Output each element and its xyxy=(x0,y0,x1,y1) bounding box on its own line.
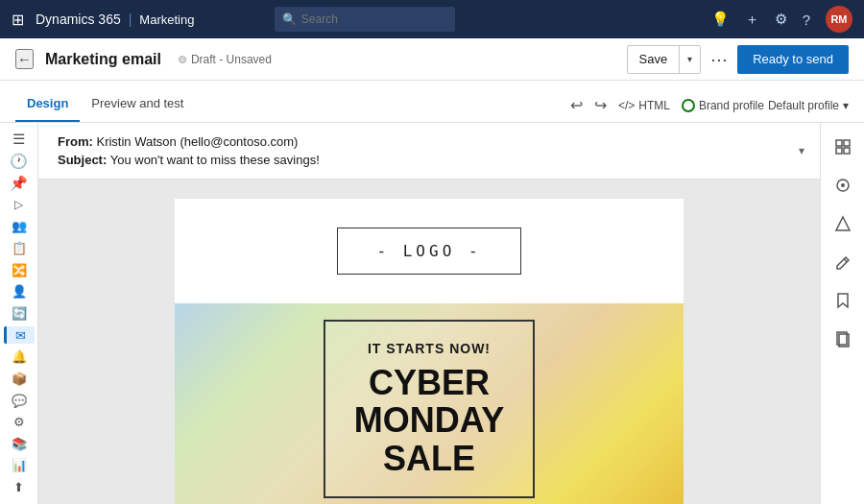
tab-preview[interactable]: Preview and test xyxy=(80,96,195,122)
second-bar-actions: Save ▾ ⋯ Ready to send xyxy=(627,45,849,74)
main-area: ☰ 🕐 📌 ▷ 👥 📋 🔀 👤 🔄 ✉ 🔔 📦 💬 ⚙ 📚 📊 ⬆ From: … xyxy=(0,123,864,504)
sidebar-item-menu[interactable]: ☰ xyxy=(4,131,35,149)
hero-inner: IT STARTS NOW! CYBER MONDAY SALE xyxy=(324,320,536,499)
html-label: HTML xyxy=(638,99,670,112)
hero-title-line1: CYBER xyxy=(369,363,490,402)
search-wrap: 🔍 xyxy=(275,7,563,32)
subject-line: Subject: You won't want to miss these sa… xyxy=(58,153,801,167)
save-chevron-icon[interactable]: ▾ xyxy=(680,46,700,73)
sidebar-item-assets[interactable]: 📦 xyxy=(4,370,35,388)
back-button[interactable]: ← xyxy=(15,49,34,69)
sidebar-item-analytics[interactable]: 📊 xyxy=(4,457,35,475)
hero-title: CYBER MONDAY SALE xyxy=(354,364,505,478)
svg-rect-3 xyxy=(844,148,850,154)
svg-marker-6 xyxy=(836,217,850,230)
email-canvas: - LOGO - IT STARTS NOW! CYBER MONDAY SAL… xyxy=(38,180,820,504)
subject-value: You won't want to miss these savings! xyxy=(110,153,320,167)
brand-divider: | xyxy=(129,12,132,27)
ready-to-send-button[interactable]: Ready to send xyxy=(737,45,849,74)
draft-badge: Draft - Unsaved xyxy=(179,53,272,66)
save-main-label[interactable]: Save xyxy=(628,46,681,73)
top-navigation: ⊞ Dynamics 365 | Marketing 🔍 💡 ＋ ⚙ ? RM xyxy=(0,0,864,38)
sidebar-item-people[interactable]: 👤 xyxy=(4,282,35,300)
sidebar-item-notifications[interactable]: 🔔 xyxy=(4,348,35,366)
from-label: From: xyxy=(58,134,93,149)
right-pages-icon[interactable] xyxy=(827,323,859,355)
right-sections-icon[interactable] xyxy=(827,131,859,163)
brand-area: Dynamics 365 | Marketing xyxy=(36,12,194,27)
html-button[interactable]: </> HTML xyxy=(618,99,670,112)
sidebar-item-segments[interactable]: 🔀 xyxy=(4,261,35,279)
svg-point-5 xyxy=(841,183,845,187)
sidebar-item-pin[interactable]: 📌 xyxy=(4,174,35,192)
draft-dot xyxy=(179,56,186,63)
sidebar-item-upload[interactable]: ⬆ xyxy=(4,478,35,496)
brand-profile-value: Default profile xyxy=(768,99,839,112)
from-line: From: Kristin Watson (hello@contoso.com) xyxy=(58,134,801,149)
sidebar-item-play[interactable]: ▷ xyxy=(4,196,35,214)
email-body: - LOGO - IT STARTS NOW! CYBER MONDAY SAL… xyxy=(175,199,684,504)
right-design-icon[interactable] xyxy=(827,207,859,240)
brand-name: Dynamics 365 xyxy=(36,12,121,27)
svg-rect-2 xyxy=(836,148,842,154)
hero-it-starts-text: IT STARTS NOW! xyxy=(354,341,505,356)
right-elements-icon[interactable] xyxy=(827,169,859,202)
draft-label: Draft - Unsaved xyxy=(191,53,272,66)
plus-icon[interactable]: ＋ xyxy=(745,11,759,29)
email-canvas-area: From: Kristin Watson (hello@contoso.com)… xyxy=(38,123,820,504)
second-bar: ← Marketing email Draft - Unsaved Save ▾… xyxy=(0,38,864,81)
sidebar-item-settings[interactable]: ⚙ xyxy=(4,413,35,431)
from-value: Kristin Watson (hello@contoso.com) xyxy=(96,134,298,149)
sidebar-item-library[interactable]: 📚 xyxy=(4,435,35,453)
hero-title-line2: MONDAY xyxy=(354,400,505,440)
redo-button[interactable]: ↪ xyxy=(594,96,607,114)
subject-label: Subject: xyxy=(58,153,107,167)
hero-section[interactable]: IT STARTS NOW! CYBER MONDAY SALE xyxy=(175,303,684,504)
brand-profile-label: Brand profile xyxy=(699,99,764,112)
more-options-button[interactable]: ⋯ xyxy=(707,49,732,70)
save-button-group[interactable]: Save ▾ xyxy=(627,45,702,74)
svg-rect-0 xyxy=(836,140,842,146)
tab-design[interactable]: Design xyxy=(15,96,80,122)
help-icon[interactable]: ? xyxy=(803,12,810,28)
nav-right-icons: 💡 ＋ ⚙ ? RM xyxy=(711,6,852,33)
sidebar-item-list[interactable]: 📋 xyxy=(4,239,35,257)
svg-rect-1 xyxy=(844,140,850,146)
sidebar-item-chat[interactable]: 💬 xyxy=(4,392,35,410)
search-icon: 🔍 xyxy=(282,12,297,26)
grid-icon[interactable]: ⊞ xyxy=(12,11,24,29)
undo-button[interactable]: ↩ xyxy=(570,96,583,114)
brand-profile-section: Brand profile Default profile ▾ xyxy=(682,99,849,112)
sidebar-item-email[interactable]: ✉ xyxy=(4,326,35,345)
logo-placeholder: - LOGO - xyxy=(337,228,520,275)
meta-chevron-icon[interactable]: ▾ xyxy=(799,144,804,157)
lightbulb-icon[interactable]: 💡 xyxy=(711,11,730,28)
tabs-toolbar: ↩ ↪ </> HTML Brand profile Default profi… xyxy=(570,96,849,122)
email-meta: From: Kristin Watson (hello@contoso.com)… xyxy=(38,123,820,180)
brand-profile-icon xyxy=(682,99,695,112)
avatar[interactable]: RM xyxy=(826,6,852,33)
right-bookmarks-icon[interactable] xyxy=(827,284,859,317)
sidebar-item-journeys[interactable]: 🔄 xyxy=(4,304,35,323)
right-panel xyxy=(820,123,864,504)
brand-profile-chevron-icon[interactable]: ▾ xyxy=(843,99,849,112)
html-code-icon: </> xyxy=(618,99,635,112)
tabs-bar: Design Preview and test ↩ ↪ </> HTML Bra… xyxy=(0,81,864,123)
page-title: Marketing email xyxy=(45,51,161,68)
sidebar-item-contacts[interactable]: 👥 xyxy=(4,218,35,236)
left-sidebar: ☰ 🕐 📌 ▷ 👥 📋 🔀 👤 🔄 ✉ 🔔 📦 💬 ⚙ 📚 📊 ⬆ xyxy=(0,123,38,504)
hero-title-line3: SALE xyxy=(383,439,475,478)
sidebar-item-recent[interactable]: 🕐 xyxy=(4,153,35,171)
search-input[interactable] xyxy=(275,7,455,32)
right-edit-icon[interactable] xyxy=(827,246,859,278)
logo-section[interactable]: - LOGO - xyxy=(175,199,684,303)
settings-icon[interactable]: ⚙ xyxy=(775,11,787,28)
module-name: Marketing xyxy=(139,12,194,27)
